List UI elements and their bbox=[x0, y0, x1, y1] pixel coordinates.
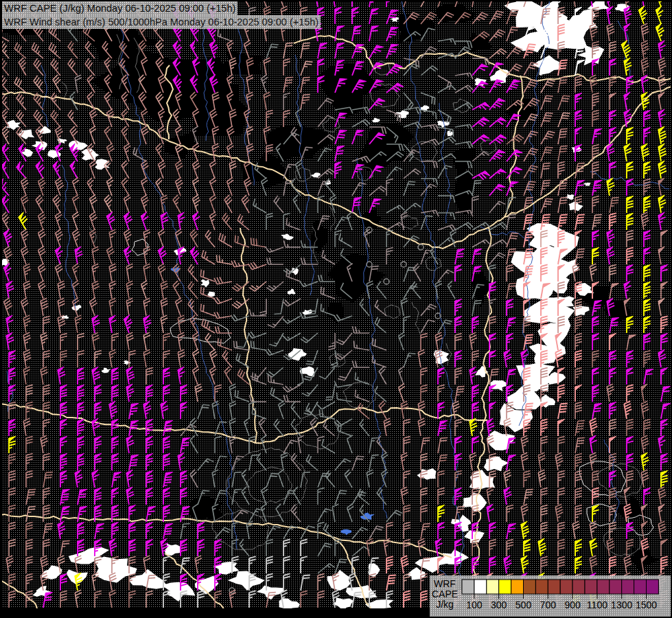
legend-cell bbox=[610, 580, 622, 594]
legend-cell bbox=[511, 580, 524, 594]
cape-title-bar: WRF CAPE (J/kg) Monday 06-10-2025 09:00 … bbox=[2, 1, 237, 15]
legend-tick-label: 1300 bbox=[611, 599, 632, 610]
legend-cell bbox=[560, 580, 572, 594]
legend-tick-label: 700 bbox=[540, 599, 557, 610]
legend-cell bbox=[462, 580, 474, 594]
legend-cell bbox=[474, 580, 487, 594]
legend-tick-label: 900 bbox=[564, 599, 581, 610]
legend-color-cells bbox=[462, 580, 658, 594]
legend-cell bbox=[487, 580, 499, 594]
legend-cell bbox=[597, 580, 610, 594]
legend-tick-label: 1500 bbox=[636, 599, 657, 610]
legend-tick-label: 1100 bbox=[587, 599, 607, 610]
wind-shear-title-bar: WRF Wind shear (m/s) 500/1000hPa Monday … bbox=[2, 15, 321, 29]
legend-label-line: WRF bbox=[434, 578, 456, 589]
legend-tick-label: 100 bbox=[466, 599, 483, 610]
legend-cell bbox=[499, 580, 511, 594]
legend-label-line: J/kg bbox=[436, 599, 454, 610]
legend-tick-label: 300 bbox=[491, 599, 507, 610]
weather-map: WRFCAPEJ/kg100300500700900110013001500 bbox=[0, 0, 672, 618]
wrf-map-viewport: WRFCAPEJ/kg100300500700900110013001500 W… bbox=[0, 0, 672, 618]
legend-cell bbox=[634, 580, 647, 594]
wind-shear-title-text: WRF Wind shear (m/s) 500/1000hPa Monday … bbox=[4, 16, 318, 27]
legend-cell bbox=[524, 580, 536, 594]
legend-cell bbox=[572, 580, 585, 594]
legend-cell bbox=[535, 580, 548, 594]
legend-label-line: CAPE bbox=[432, 588, 458, 599]
legend-cell bbox=[548, 580, 560, 594]
cape-legend: WRFCAPEJ/kg100300500700900110013001500 bbox=[430, 575, 671, 617]
cape-title-text: WRF CAPE (J/kg) Monday 06-10-2025 09:00 … bbox=[4, 3, 235, 14]
legend-cell bbox=[585, 580, 597, 594]
legend-cell bbox=[647, 580, 659, 594]
legend-tick-label: 500 bbox=[515, 599, 532, 610]
legend-cell bbox=[622, 580, 634, 594]
